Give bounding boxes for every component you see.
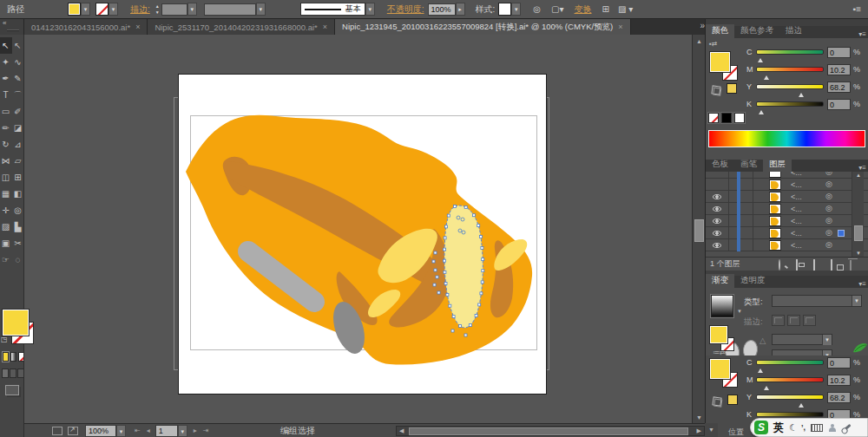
- scrollbar-corner[interactable]: ▼: [705, 423, 718, 437]
- color-mode-button[interactable]: [3, 352, 9, 362]
- canvas-vertical-scrollbar[interactable]: ▲ ▼: [692, 35, 705, 423]
- draw-behind-button[interactable]: [10, 369, 16, 378]
- artboard-dropdown-icon[interactable]: ▾: [178, 425, 187, 437]
- gradient-stroke-within-button[interactable]: [772, 315, 785, 326]
- layer-row[interactable]: <...◎: [706, 191, 868, 203]
- lasso-tool[interactable]: ∿: [12, 54, 24, 70]
- select-similar-icon[interactable]: ▢▾: [551, 4, 563, 14]
- target-circle-icon[interactable]: ◎: [825, 216, 832, 225]
- stroke-link[interactable]: 描边:: [130, 3, 150, 16]
- color-spectrum-bar[interactable]: [708, 130, 865, 147]
- slider-handle[interactable]: [799, 93, 804, 97]
- selection-tool[interactable]: ↖: [0, 37, 12, 54]
- gradient-angle-dropdown[interactable]: ▼: [772, 334, 832, 345]
- mesh-tool[interactable]: ▦: [0, 186, 12, 202]
- variable-width-field[interactable]: [204, 3, 256, 16]
- visibility-cell[interactable]: [706, 215, 729, 227]
- gradient-stroke-along-button[interactable]: [787, 315, 800, 326]
- default-fill-stroke-icon[interactable]: ◳: [1, 336, 8, 343]
- visibility-cell[interactable]: [706, 172, 729, 179]
- slider-track[interactable]: [756, 395, 824, 400]
- variable-width-dropdown-icon[interactable]: ▾: [256, 3, 266, 16]
- lock-cell[interactable]: [729, 239, 753, 251]
- layer-name-label[interactable]: <...: [791, 229, 802, 238]
- scroll-right-icon[interactable]: ▶: [697, 427, 701, 434]
- prev-artboard-icon[interactable]: ◂: [147, 427, 150, 434]
- slider-track[interactable]: [756, 101, 824, 107]
- opacity-dropdown-icon[interactable]: ▸: [456, 3, 465, 16]
- screen-mode-button[interactable]: [5, 385, 19, 395]
- direct-selection-tool[interactable]: ↖: [12, 37, 24, 54]
- free-transform-tool[interactable]: ▱: [12, 153, 24, 169]
- scale-tool[interactable]: ⊿: [12, 136, 24, 153]
- fullwidth-moon-icon[interactable]: ☾: [789, 422, 798, 434]
- next-artboard-icon[interactable]: ▸: [194, 427, 197, 434]
- collapse-tools-icon[interactable]: «: [3, 19, 6, 27]
- channel-value-field[interactable]: 68.2: [827, 392, 851, 403]
- scroll-up-icon[interactable]: ▲: [852, 173, 865, 178]
- lock-cell[interactable]: [729, 203, 753, 215]
- graph-tool[interactable]: ▙: [12, 218, 24, 235]
- slider-track[interactable]: [756, 67, 824, 72]
- sogou-logo-icon[interactable]: S: [754, 421, 768, 434]
- close-tab-icon[interactable]: ×: [618, 23, 622, 31]
- eye-icon[interactable]: [713, 194, 721, 199]
- target-circle-icon[interactable]: ◎: [825, 172, 832, 176]
- target-circle-icon[interactable]: ◎: [825, 228, 832, 237]
- channel-value-field[interactable]: 0: [827, 357, 851, 369]
- shape-builder-tool[interactable]: ◫: [0, 169, 12, 186]
- artboard-number-field[interactable]: 1: [155, 425, 178, 437]
- stroke-color-swatch[interactable]: [95, 3, 108, 16]
- soft-keyboard-icon[interactable]: [811, 424, 823, 432]
- close-tab-icon[interactable]: ×: [323, 23, 327, 31]
- car-artwork[interactable]: [179, 75, 548, 395]
- slider-handle[interactable]: [799, 403, 804, 408]
- arrange-icon[interactable]: ▨ ▾: [618, 4, 633, 14]
- lock-cell[interactable]: [729, 179, 753, 191]
- layer-name-label[interactable]: <...: [791, 217, 802, 225]
- fill-proxy-swatch[interactable]: [710, 359, 730, 379]
- canvas-horizontal-scrollbar[interactable]: ◀ ▶: [396, 426, 705, 436]
- visibility-cell[interactable]: [706, 239, 729, 251]
- type-tool[interactable]: T: [0, 87, 12, 103]
- layer-thumbnail[interactable]: [769, 204, 781, 214]
- tab-brushes[interactable]: 画笔: [734, 158, 763, 172]
- tab-stroke[interactable]: 描边: [779, 24, 808, 38]
- fill-proxy-swatch[interactable]: [3, 310, 29, 336]
- layer-row[interactable]: <...◎: [706, 172, 868, 179]
- layers-scrollbar[interactable]: ▲ ▼: [852, 172, 864, 257]
- canvas-area[interactable]: [24, 35, 692, 423]
- blend-tool[interactable]: ◎: [12, 202, 24, 218]
- scroll-down-icon[interactable]: ▼: [693, 413, 706, 423]
- gradient-thumbnail[interactable]: [711, 295, 733, 317]
- paintbrush-tool[interactable]: ✐: [12, 103, 24, 120]
- slice-tool[interactable]: ✂: [12, 235, 24, 251]
- layer-row[interactable]: <...◎: [706, 203, 868, 215]
- layer-row[interactable]: <...◎: [706, 179, 868, 191]
- hand-tool[interactable]: ☞: [0, 251, 12, 268]
- rotate-tool[interactable]: ↻: [0, 136, 12, 153]
- lock-cell[interactable]: [729, 215, 753, 227]
- layer-row[interactable]: <...◎: [706, 227, 868, 239]
- draw-inside-button[interactable]: [17, 369, 24, 378]
- first-artboard-icon[interactable]: ⇤: [135, 427, 141, 434]
- tab-color[interactable]: 颜色: [706, 24, 734, 38]
- layer-thumbnail[interactable]: [769, 240, 781, 251]
- draw-normal-button[interactable]: [2, 369, 9, 378]
- none-swatch[interactable]: [708, 113, 719, 123]
- artboard[interactable]: [178, 74, 547, 395]
- eyedropper-tool[interactable]: ✛: [0, 202, 12, 218]
- layer-row[interactable]: <...◎: [706, 215, 868, 227]
- brush-dropdown-icon[interactable]: ▾: [365, 3, 375, 16]
- scroll-left-icon[interactable]: ◀: [399, 427, 404, 434]
- ime-language-toggle[interactable]: 英: [773, 421, 784, 435]
- pencil-tool[interactable]: ✏: [0, 120, 12, 136]
- opacity-link[interactable]: 不透明度:: [387, 3, 424, 16]
- visibility-cell[interactable]: [706, 191, 729, 203]
- new-sublayer-icon[interactable]: [813, 260, 824, 269]
- status-icon[interactable]: [52, 427, 62, 435]
- slider-track[interactable]: [756, 412, 824, 417]
- layer-name-label[interactable]: <...: [791, 192, 802, 201]
- gradient-tool[interactable]: ◧: [12, 186, 24, 202]
- panel-menu-icon[interactable]: ▾≡: [858, 164, 866, 172]
